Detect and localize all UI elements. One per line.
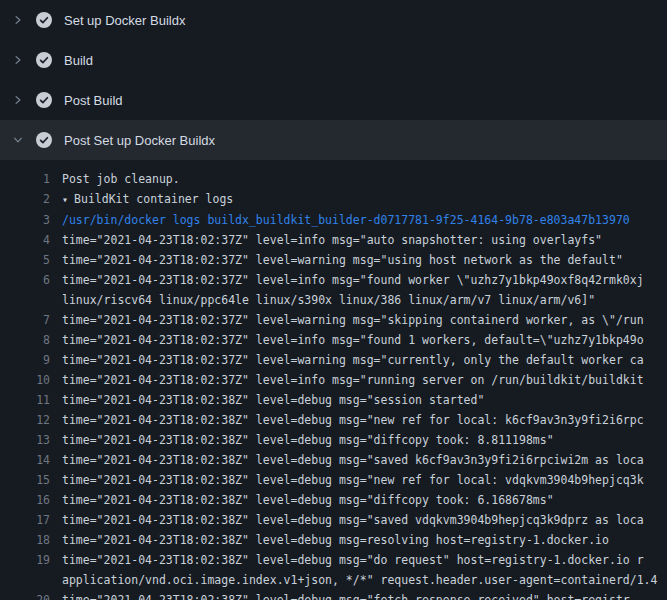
- log-line: 12time="2021-04-23T18:02:38Z" level=debu…: [0, 410, 667, 430]
- log-text: time="2021-04-23T18:02:37Z" level=warnin…: [62, 350, 644, 370]
- log-line: 10time="2021-04-23T18:02:37Z" level=info…: [0, 370, 667, 390]
- log-line: 1Post job cleanup.: [0, 169, 667, 189]
- section-list: Set up Docker BuildxBuildPost BuildPost …: [0, 0, 667, 160]
- log-text: time="2021-04-23T18:02:38Z" level=debug …: [62, 550, 644, 570]
- line-number[interactable]: 11: [0, 390, 50, 410]
- chevron-down-icon: [12, 134, 24, 146]
- log-text: time="2021-04-23T18:02:38Z" level=debug …: [62, 590, 630, 600]
- log-line: 5time="2021-04-23T18:02:37Z" level=warni…: [0, 250, 667, 270]
- line-number[interactable]: 16: [0, 490, 50, 510]
- log-text: time="2021-04-23T18:02:37Z" level=warnin…: [62, 250, 623, 270]
- log-line: 20time="2021-04-23T18:02:38Z" level=debu…: [0, 590, 667, 600]
- log-text: /usr/bin/docker logs buildx_buildkit_bui…: [62, 210, 630, 230]
- log-text: time="2021-04-23T18:02:38Z" level=debug …: [62, 490, 554, 510]
- line-number[interactable]: 10: [0, 370, 50, 390]
- log-line: application/vnd.oci.image.index.v1+json,…: [0, 570, 667, 590]
- log-line: 19time="2021-04-23T18:02:38Z" level=debu…: [0, 550, 667, 570]
- log-text: time="2021-04-23T18:02:38Z" level=debug …: [62, 390, 484, 410]
- check-circle-icon: [36, 52, 52, 68]
- section-header-post-build[interactable]: Post Build: [0, 80, 667, 120]
- line-number[interactable]: 18: [0, 530, 50, 550]
- log-line: 18time="2021-04-23T18:02:38Z" level=debu…: [0, 530, 667, 550]
- log-line: 7time="2021-04-23T18:02:37Z" level=warni…: [0, 310, 667, 330]
- log-text: time="2021-04-23T18:02:37Z" level=info m…: [62, 370, 644, 390]
- log-line: 14time="2021-04-23T18:02:38Z" level=debu…: [0, 450, 667, 470]
- line-number: [0, 290, 50, 310]
- chevron-right-icon: [12, 54, 24, 66]
- section-label: Set up Docker Buildx: [64, 13, 185, 28]
- check-circle-icon: [36, 12, 52, 28]
- log-line: 3/usr/bin/docker logs buildx_buildkit_bu…: [0, 210, 667, 230]
- section-label: Post Set up Docker Buildx: [64, 133, 215, 148]
- log-line: 4time="2021-04-23T18:02:37Z" level=info …: [0, 230, 667, 250]
- log-text: time="2021-04-23T18:02:38Z" level=debug …: [62, 430, 554, 450]
- line-number[interactable]: 8: [0, 330, 50, 350]
- line-number[interactable]: 1: [0, 169, 50, 189]
- line-number[interactable]: 6: [0, 270, 50, 290]
- log-text: time="2021-04-23T18:02:38Z" level=debug …: [62, 510, 644, 530]
- line-number[interactable]: 4: [0, 230, 50, 250]
- log-line: 6time="2021-04-23T18:02:37Z" level=info …: [0, 270, 667, 290]
- log-line: 8time="2021-04-23T18:02:37Z" level=info …: [0, 330, 667, 350]
- line-number[interactable]: 15: [0, 470, 50, 490]
- section-header-set-up-docker-buildx[interactable]: Set up Docker Buildx: [0, 0, 667, 40]
- line-number[interactable]: 3: [0, 210, 50, 230]
- log-text: time="2021-04-23T18:02:37Z" level=info m…: [62, 230, 602, 250]
- line-number[interactable]: 2: [0, 189, 50, 210]
- log-line: 17time="2021-04-23T18:02:38Z" level=debu…: [0, 510, 667, 530]
- line-number[interactable]: 7: [0, 310, 50, 330]
- line-number[interactable]: 20: [0, 590, 50, 600]
- line-number[interactable]: 14: [0, 450, 50, 470]
- section-label: Build: [64, 53, 93, 68]
- log-text: time="2021-04-23T18:02:38Z" level=debug …: [62, 530, 609, 550]
- log-line: 11time="2021-04-23T18:02:38Z" level=debu…: [0, 390, 667, 410]
- log-text: ▾BuildKit container logs: [62, 189, 233, 210]
- log-line: 13time="2021-04-23T18:02:38Z" level=debu…: [0, 430, 667, 450]
- log-line: 9time="2021-04-23T18:02:37Z" level=warni…: [0, 350, 667, 370]
- line-number[interactable]: 5: [0, 250, 50, 270]
- log-text: linux/riscv64 linux/ppc64le linux/s390x …: [62, 290, 595, 310]
- check-circle-icon: [36, 132, 52, 148]
- chevron-right-icon: [12, 14, 24, 26]
- section-label: Post Build: [64, 93, 123, 108]
- line-number[interactable]: 9: [0, 350, 50, 370]
- log-line: 15time="2021-04-23T18:02:38Z" level=debu…: [0, 470, 667, 490]
- line-number[interactable]: 19: [0, 550, 50, 570]
- log-text: Post job cleanup.: [62, 169, 180, 189]
- log-text: time="2021-04-23T18:02:37Z" level=info m…: [62, 330, 644, 350]
- group-toggle-icon[interactable]: ▾: [62, 194, 68, 205]
- line-number[interactable]: 13: [0, 430, 50, 450]
- line-number: [0, 570, 50, 590]
- section-header-post-set-up-docker-buildx[interactable]: Post Set up Docker Buildx: [0, 120, 667, 160]
- log-text: time="2021-04-23T18:02:37Z" level=warnin…: [62, 310, 644, 330]
- log-text: time="2021-04-23T18:02:38Z" level=debug …: [62, 470, 644, 490]
- workflow-log-viewer: Set up Docker BuildxBuildPost BuildPost …: [0, 0, 667, 600]
- chevron-right-icon: [12, 94, 24, 106]
- line-number[interactable]: 12: [0, 410, 50, 430]
- log-text: time="2021-04-23T18:02:37Z" level=info m…: [62, 270, 644, 290]
- line-number[interactable]: 17: [0, 510, 50, 530]
- log-text: time="2021-04-23T18:02:38Z" level=debug …: [62, 410, 644, 430]
- log-area: 1Post job cleanup.2▾BuildKit container l…: [0, 160, 667, 600]
- log-text: time="2021-04-23T18:02:38Z" level=debug …: [62, 450, 644, 470]
- check-circle-icon: [36, 92, 52, 108]
- log-text: application/vnd.oci.image.index.v1+json,…: [62, 570, 657, 590]
- log-line: 2▾BuildKit container logs: [0, 189, 667, 210]
- log-line: 16time="2021-04-23T18:02:38Z" level=debu…: [0, 490, 667, 510]
- section-header-build[interactable]: Build: [0, 40, 667, 80]
- log-line: linux/riscv64 linux/ppc64le linux/s390x …: [0, 290, 667, 310]
